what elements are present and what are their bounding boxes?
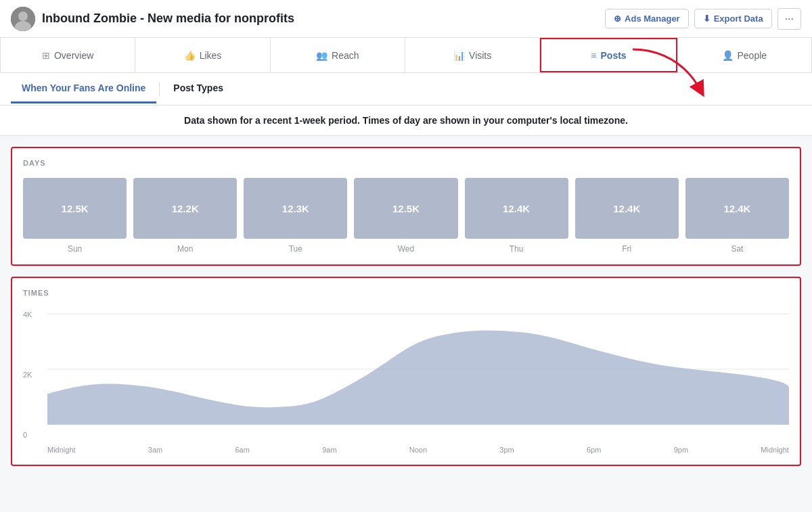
day-label-fri: Fri	[622, 244, 631, 254]
app-container: Inbound Zombie - New media for nonprofit…	[0, 0, 812, 512]
sub-nav-when-fans-label: When Your Fans Are Online	[22, 83, 145, 93]
day-card-sat: 12.4K Sat	[685, 178, 789, 254]
day-label-sat: Sat	[731, 244, 743, 254]
tab-reach[interactable]: 👥 Reach	[271, 38, 405, 72]
day-bar-sun: 12.5K	[23, 178, 127, 239]
reach-icon: 👥	[316, 50, 328, 61]
day-label-mon: Mon	[177, 244, 193, 254]
x-label-midnight-start: Midnight	[47, 446, 76, 454]
x-label-9pm: 9pm	[674, 446, 688, 454]
day-card-thu: 12.4K Thu	[465, 178, 568, 254]
likes-icon: 👍	[184, 50, 196, 61]
tab-likes[interactable]: 👍 Likes	[135, 38, 270, 72]
days-section: DAYS 12.5K Sun 12.2K Mon 12.3K Tue 12.5K…	[11, 147, 801, 266]
posts-icon: ≡	[591, 50, 596, 61]
sub-nav-when-fans-online[interactable]: When Your Fans Are Online	[11, 74, 156, 103]
day-bar-fri: 12.4K	[575, 178, 679, 239]
page-title: Inbound Zombie - New media for nonprofit…	[42, 11, 294, 26]
tab-people[interactable]: 👤 People	[677, 38, 812, 72]
day-card-mon: 12.2K Mon	[133, 178, 237, 254]
tab-overview[interactable]: ⊞ Overview	[0, 38, 135, 72]
days-grid: 12.5K Sun 12.2K Mon 12.3K Tue 12.5K Wed …	[23, 178, 789, 254]
tab-overview-label: Overview	[54, 50, 93, 61]
x-label-midnight-end: Midnight	[761, 446, 789, 454]
ads-manager-icon: ⊕	[614, 14, 621, 24]
sub-nav-divider	[159, 83, 160, 96]
avatar-image	[11, 7, 35, 31]
x-label-3am: 3am	[148, 446, 162, 454]
tab-visits[interactable]: 📊 Visits	[405, 38, 540, 72]
x-label-6am: 6am	[235, 446, 249, 454]
x-label-noon: Noon	[409, 446, 427, 454]
x-label-6pm: 6pm	[587, 446, 601, 454]
y-label-2k: 2K	[23, 371, 47, 379]
tab-posts-label: Posts	[601, 50, 627, 61]
tab-posts[interactable]: ≡ Posts	[540, 38, 677, 72]
visits-icon: 📊	[453, 50, 465, 61]
y-label-4k: 4K	[23, 310, 47, 319]
export-icon: ⬇	[703, 14, 710, 24]
svg-point-1	[18, 11, 28, 21]
times-section: TIMES 4K 2K 0	[11, 277, 801, 466]
day-bar-mon: 12.2K	[133, 178, 237, 239]
ads-manager-button[interactable]: ⊕ Ads Manager	[605, 9, 689, 28]
times-section-label: TIMES	[23, 289, 789, 297]
day-label-tue: Tue	[289, 244, 302, 254]
info-text: Data shown for a recent 1-week period. T…	[184, 115, 628, 126]
day-bar-sat: 12.4K	[685, 178, 789, 239]
x-label-3pm: 3pm	[499, 446, 514, 454]
avatar	[11, 7, 35, 31]
day-card-sun: 12.5K Sun	[23, 178, 127, 254]
day-label-sun: Sun	[68, 244, 82, 254]
header: Inbound Zombie - New media for nonprofit…	[0, 0, 812, 38]
days-section-label: DAYS	[23, 159, 789, 167]
sub-nav-post-types[interactable]: Post Types	[162, 74, 234, 103]
day-label-thu: Thu	[510, 244, 524, 254]
day-label-wed: Wed	[398, 244, 414, 254]
more-options-button[interactable]: ···	[777, 8, 801, 30]
more-icon: ···	[785, 13, 794, 24]
export-data-button[interactable]: ⬇ Export Data	[694, 9, 772, 28]
tab-people-label: People	[738, 50, 767, 61]
people-icon: 👤	[722, 50, 734, 61]
header-actions: ⊕ Ads Manager ⬇ Export Data ···	[605, 8, 801, 30]
header-left: Inbound Zombie - New media for nonprofit…	[11, 7, 294, 31]
day-card-wed: 12.5K Wed	[354, 178, 457, 254]
day-card-fri: 12.4K Fri	[575, 178, 679, 254]
x-label-9am: 9am	[322, 446, 336, 454]
y-label-0: 0	[23, 431, 47, 439]
sub-nav: When Your Fans Are Online Post Types	[0, 73, 812, 106]
info-bar: Data shown for a recent 1-week period. T…	[0, 106, 812, 136]
tab-likes-label: Likes	[200, 50, 222, 61]
day-bar-tue: 12.3K	[244, 178, 347, 239]
sub-nav-post-types-label: Post Types	[173, 83, 223, 93]
overview-icon: ⊞	[42, 50, 50, 61]
day-card-tue: 12.3K Tue	[244, 178, 347, 254]
main-content: DAYS 12.5K Sun 12.2K Mon 12.3K Tue 12.5K…	[0, 136, 812, 477]
tab-reach-label: Reach	[332, 50, 359, 61]
nav-tabs: ⊞ Overview 👍 Likes 👥 Reach 📊 Visits ≡ Po…	[0, 38, 812, 73]
day-bar-wed: 12.5K	[354, 178, 457, 239]
day-bar-thu: 12.4K	[465, 178, 568, 239]
tab-visits-label: Visits	[469, 50, 491, 61]
